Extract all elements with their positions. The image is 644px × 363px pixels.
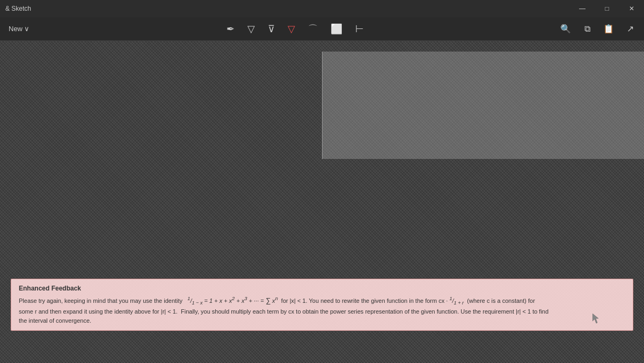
toolbar-left: New ∨ <box>5 23 33 35</box>
feedback-identity: 1/1 − x = 1 + x + x2 + x3 + ··· = ∑ xn <box>187 297 279 304</box>
clipboard-icon[interactable]: 📋 <box>600 20 617 38</box>
funnel-icon-3[interactable]: ▽ <box>286 21 297 37</box>
search-icon[interactable]: 🔍 <box>557 20 574 38</box>
toolbar-center: ✒ ▽ ⊽ ▽ ⌒ ⬜ ⊢ <box>33 20 557 38</box>
funnel-icon-2[interactable]: ⊽ <box>266 21 277 37</box>
new-label: New <box>9 25 23 33</box>
title-bar: & Sketch — □ ✕ <box>0 0 644 17</box>
eraser-icon[interactable]: ⬜ <box>328 21 345 37</box>
feedback-line2: some r and then expand it using the iden… <box>19 308 548 315</box>
funnel-icon-1[interactable]: ▽ <box>245 21 257 37</box>
minimize-button[interactable]: — <box>570 0 595 17</box>
main-content: Enhanced Feedback Please try again, keep… <box>0 41 644 363</box>
toolbar: New ∨ ✒ ▽ ⊽ ▽ ⌒ ⬜ ⊢ 🔍 ⧉ 📋 ↗ <box>0 17 644 41</box>
pen-tool-icon[interactable]: ✒ <box>224 21 237 37</box>
maximize-button[interactable]: □ <box>595 0 619 17</box>
export-icon[interactable]: ↗ <box>621 20 639 38</box>
app-title: & Sketch <box>5 5 31 12</box>
svg-marker-0 <box>592 314 598 323</box>
ruler-icon[interactable]: ⊢ <box>353 21 366 37</box>
new-chevron: ∨ <box>24 25 30 33</box>
feedback-line1: Please try again, keeping in mind that y… <box>19 297 535 304</box>
page-area <box>322 52 644 159</box>
window-controls: — □ ✕ <box>570 0 644 17</box>
copy-icon[interactable]: ⧉ <box>579 20 596 38</box>
feedback-line3: the interval of convergence. <box>19 317 91 324</box>
close-button[interactable]: ✕ <box>619 0 644 17</box>
toolbar-right: 🔍 ⧉ 📋 ↗ <box>557 20 639 38</box>
new-button[interactable]: New ∨ <box>5 23 33 35</box>
feedback-title: Enhanced Feedback <box>19 285 625 292</box>
lasso-icon[interactable]: ⌒ <box>306 20 320 38</box>
feedback-text: Please try again, keeping in mind that y… <box>19 295 625 325</box>
feedback-box: Enhanced Feedback Please try again, keep… <box>11 279 633 331</box>
